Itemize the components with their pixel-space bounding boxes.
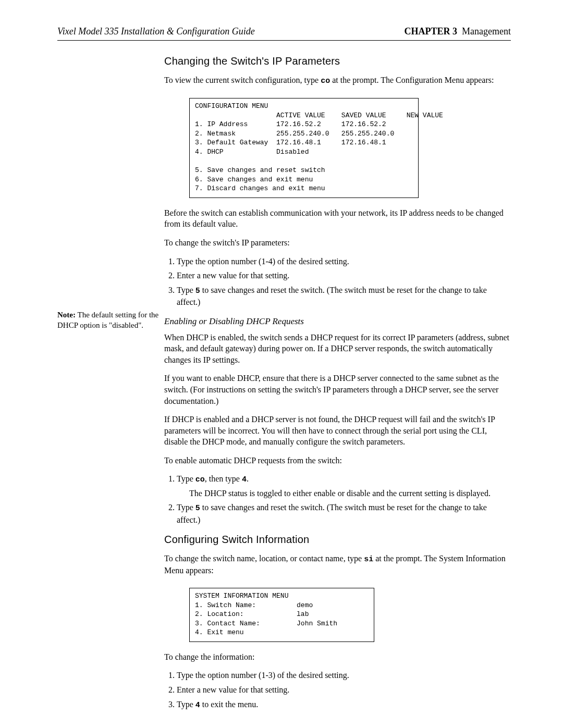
list-item: Type the option number (1-4) of the desi… bbox=[177, 256, 511, 267]
list-item: Enter a new value for that setting. bbox=[177, 684, 511, 696]
paragraph-to-change: To change the switch's IP parameters: bbox=[164, 237, 511, 249]
subheading-dhcp: Enabling or Disabling DHCP Requests bbox=[164, 316, 511, 327]
step-text-after: to save changes and reset the switch. (T… bbox=[177, 286, 487, 306]
paragraph-dhcp-4: To enable automatic DHCP requests from t… bbox=[164, 455, 511, 466]
configuration-menu-box: CONFIGURATION MENU ACTIVE VALUE SAVED VA… bbox=[189, 98, 419, 198]
intro-switch-info: To change the switch name, location, or … bbox=[164, 553, 511, 576]
step-text-before: Type bbox=[177, 286, 195, 294]
margin-note-bold: Note: bbox=[57, 311, 76, 319]
list-item: Type 5 to save changes and reset the swi… bbox=[177, 285, 511, 308]
system-info-menu-box: SYSTEM INFORMATION MENU 1. Switch Name: … bbox=[189, 588, 374, 642]
steps-enable-dhcp: Type co, then type 4. The DHCP status is… bbox=[164, 473, 511, 525]
chapter-title-text: Management bbox=[462, 26, 511, 36]
steps-change-ip: Type the option number (1-4) of the desi… bbox=[164, 256, 511, 308]
list-item: Type 5 to save changes and reset the swi… bbox=[177, 502, 511, 525]
step-text-after: to save changes and reset the switch. (T… bbox=[177, 503, 487, 524]
paragraph-dhcp-3: If DHCP is enabled and a DHCP server is … bbox=[164, 414, 511, 448]
intro-text-before: To view the current switch configuration… bbox=[164, 76, 321, 84]
list-item: Type co, then type 4. The DHCP status is… bbox=[177, 473, 511, 499]
intro-text-after: at the prompt. The Configuration Menu ap… bbox=[330, 76, 494, 84]
main-column: Changing the Switch's IP Parameters To v… bbox=[164, 55, 511, 719]
page-header: Vixel Model 335 Installation & Configura… bbox=[57, 26, 511, 41]
list-item: Enter a new value for that setting. bbox=[177, 270, 511, 281]
intro-paragraph: To view the current switch configuration… bbox=[164, 75, 511, 87]
body-columns: Note: The default setting for the DHCP o… bbox=[57, 55, 511, 719]
inline-code-5: 5 bbox=[195, 287, 200, 295]
header-chapter: CHAPTER 3 Management bbox=[405, 26, 511, 37]
inline-code-si: si bbox=[364, 555, 373, 564]
inline-code-5: 5 bbox=[195, 504, 200, 513]
section-title-ip-parameters: Changing the Switch's IP Parameters bbox=[164, 55, 511, 67]
paragraph-dhcp-2: If you want to enable DHCP, ensure that … bbox=[164, 373, 511, 406]
step-text-after: to exit the menu. bbox=[200, 700, 259, 709]
margin-column: Note: The default setting for the DHCP o… bbox=[57, 55, 164, 719]
step-text-mid: , then type bbox=[205, 474, 242, 483]
section-title-switch-info: Configuring Switch Information bbox=[164, 534, 511, 546]
step-sub-text: The DHCP status is toggled to either ena… bbox=[189, 488, 511, 499]
document-page: Vixel Model 335 Installation & Configura… bbox=[0, 0, 563, 728]
chapter-label: CHAPTER 3 bbox=[405, 26, 458, 36]
inline-code-co: co bbox=[321, 77, 330, 85]
paragraph-to-change-info: To change the information: bbox=[164, 651, 511, 663]
step-text-before: Type bbox=[177, 503, 195, 512]
steps-change-info: Type the option number (1-3) of the desi… bbox=[164, 670, 511, 710]
paragraph-dhcp-1: When DHCP is enabled, the switch sends a… bbox=[164, 332, 511, 366]
list-item: Type 4 to exit the menu. bbox=[177, 699, 511, 711]
header-guide-title: Vixel Model 335 Installation & Configura… bbox=[57, 26, 255, 37]
step-text-before: Type bbox=[177, 474, 195, 483]
list-item: Type the option number (1-3) of the desi… bbox=[177, 670, 511, 681]
step-text-before: Type bbox=[177, 700, 195, 709]
paragraph-ip-change: Before the switch can establish communic… bbox=[164, 207, 511, 230]
intro-text-before: To change the switch name, location, or … bbox=[164, 554, 364, 563]
step-text-after: . bbox=[247, 474, 249, 483]
margin-note: Note: The default setting for the DHCP o… bbox=[57, 310, 159, 331]
inline-code-4: 4 bbox=[242, 475, 247, 484]
inline-code-co: co bbox=[195, 475, 205, 484]
inline-code-4: 4 bbox=[195, 701, 200, 710]
